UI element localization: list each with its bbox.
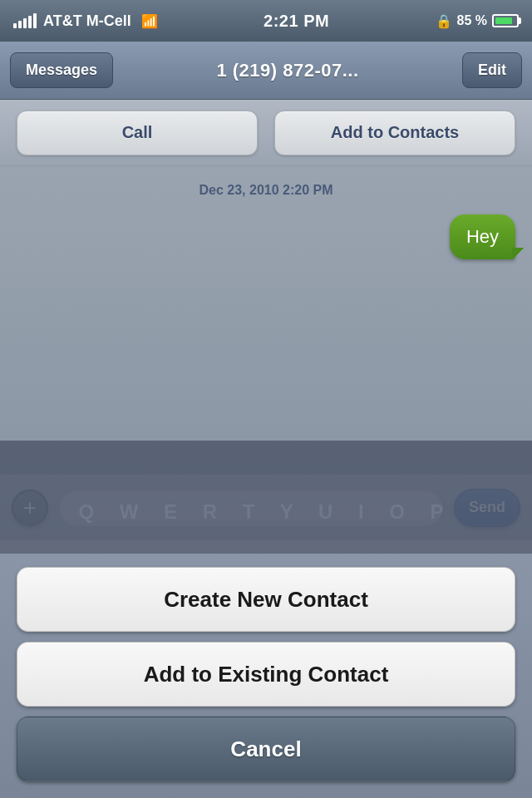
cancel-button[interactable]: Cancel xyxy=(17,717,515,781)
signal-bar-3 xyxy=(23,18,27,28)
action-bar: Call Add to Contacts xyxy=(0,100,532,166)
add-to-contacts-button[interactable]: Add to Contacts xyxy=(274,111,515,155)
battery-fill xyxy=(495,17,512,24)
message-area: Dec 23, 2010 2:20 PM Hey xyxy=(0,166,532,474)
nav-bar: Messages 1 (219) 872-07... Edit xyxy=(0,42,532,100)
signal-bar-4 xyxy=(28,16,32,28)
create-new-contact-button[interactable]: Create New Contact xyxy=(17,567,515,632)
overlay: Q W E R T Y U I O P Create New Contact A… xyxy=(0,441,532,798)
action-sheet: Create New Contact Add to Existing Conta… xyxy=(0,554,532,798)
battery-icon xyxy=(492,14,519,27)
message-timestamp: Dec 23, 2010 2:20 PM xyxy=(200,183,333,198)
signal-bar-2 xyxy=(18,21,22,28)
time-display: 2:21 PM xyxy=(264,12,329,31)
status-bar: AT&T M-Cell 📶 2:21 PM 🔒 85 % xyxy=(0,0,532,42)
add-to-existing-contact-button[interactable]: Add to Existing Contact xyxy=(17,642,515,707)
status-right: 🔒 85 % xyxy=(436,13,519,29)
call-button[interactable]: Call xyxy=(17,111,258,155)
back-button[interactable]: Messages xyxy=(10,52,113,88)
nav-title: 1 (219) 872-07... xyxy=(216,60,358,81)
lock-icon: 🔒 xyxy=(436,13,452,29)
signal-bar-1 xyxy=(13,23,17,28)
signal-bar-5 xyxy=(33,13,37,28)
edit-button[interactable]: Edit xyxy=(462,52,522,88)
status-left: AT&T M-Cell 📶 xyxy=(13,12,158,30)
carrier-label: AT&T M-Cell xyxy=(43,12,131,30)
signal-bars-icon xyxy=(13,13,37,28)
message-bubble-container: Hey xyxy=(0,214,532,259)
keyboard-hint: Q W E R T Y U I O P xyxy=(0,470,532,554)
outgoing-message-bubble: Hey xyxy=(450,214,515,259)
battery-percent: 85 % xyxy=(457,13,487,28)
wifi-icon: 📶 xyxy=(141,13,158,29)
message-text: Hey xyxy=(466,226,499,247)
